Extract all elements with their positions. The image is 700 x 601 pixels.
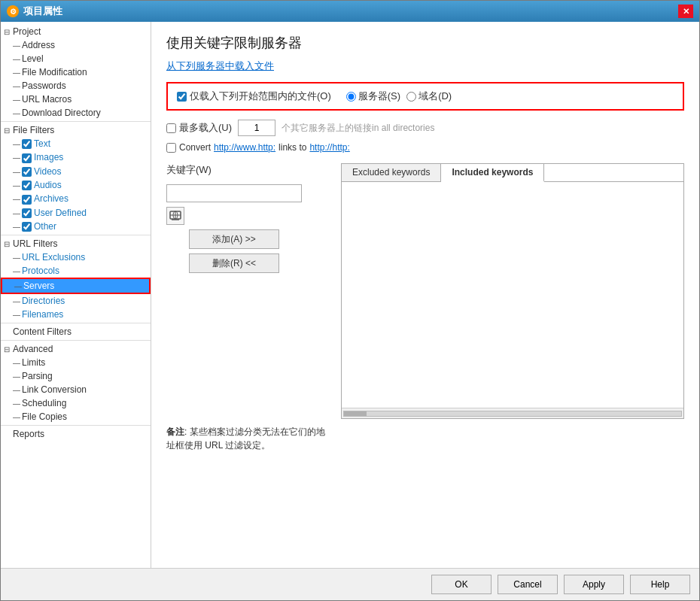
help-button[interactable]: Help [630, 575, 690, 594]
sidebar-item-project[interactable]: ⊟Project [1, 25, 151, 38]
dash-icon: — [13, 195, 22, 203]
tab-included[interactable]: Included keywords [441, 164, 544, 182]
globe-icon [169, 211, 181, 221]
radio-server[interactable] [346, 92, 356, 102]
apply-button[interactable]: Apply [564, 575, 624, 594]
title-bar-left: ⚙ 项目属性 [7, 5, 62, 18]
sidebar-item-servers[interactable]: —Servers [1, 278, 151, 294]
other-checkbox[interactable] [22, 222, 32, 232]
radio-domain-label[interactable]: 域名(D) [406, 90, 452, 103]
dash-icon: — [14, 282, 23, 290]
ok-button[interactable]: OK [431, 575, 492, 594]
sidebar-item-text[interactable]: —Text [1, 137, 151, 150]
sidebar-item-other[interactable]: —Other [1, 220, 151, 233]
dash-icon: — [13, 55, 22, 63]
main-panel: 使用关键字限制服务器 从下列服务器中载入文件 仅载入下列开始范围内的文件(O) … [151, 22, 699, 568]
horizontal-scrollbar[interactable] [342, 408, 683, 418]
convert-link1[interactable]: http://www.http: [214, 142, 275, 153]
max-load-suffix: 个其它服务器上的链接in all directories [282, 122, 434, 135]
note-area: 备注: 某些档案过滤分类无法在它们的地址框使用 URL 过滤设定。 [166, 425, 332, 452]
dash-icon: — [13, 96, 22, 104]
divider [1, 340, 151, 341]
kw-list-area[interactable] [342, 182, 683, 408]
sidebar-item-protocols[interactable]: —Protocols [1, 264, 151, 278]
sidebar-item-audios[interactable]: —Audios [1, 178, 151, 192]
sidebar-item-filenames[interactable]: —Filenames [1, 308, 151, 321]
keyword-icon-btn[interactable] [166, 207, 184, 225]
only-files-label[interactable]: 仅载入下列开始范围内的文件(O) [177, 90, 331, 103]
keyword-input[interactable] [166, 184, 302, 202]
archives-checkbox[interactable] [22, 195, 32, 205]
text-checkbox[interactable] [22, 139, 32, 149]
sidebar-item-content-filters[interactable]: Content Filters [1, 325, 151, 338]
sidebar-item-file-filters[interactable]: ⊟File Filters [1, 123, 151, 137]
dash-icon: — [13, 297, 22, 305]
close-button[interactable]: ✕ [678, 5, 693, 18]
dash-icon: — [13, 267, 22, 275]
dash-icon: — [13, 223, 22, 231]
keywords-right: Excluded keywords Included keywords [341, 163, 684, 419]
sidebar-item-videos[interactable]: —Videos [1, 165, 151, 178]
sidebar-item-scheduling[interactable]: —Scheduling [1, 396, 151, 410]
expand-icon: ⊟ [4, 126, 13, 135]
convert-checkbox[interactable] [166, 143, 176, 153]
main-window: ⚙ 项目属性 ✕ ⊟Project —Address —Level —File … [0, 0, 700, 601]
max-load-label[interactable]: 最多载入(U) [166, 121, 232, 135]
divider [1, 425, 151, 426]
scroll-track [343, 411, 682, 417]
note-text: : 某些档案过滤分类无法在它们的地址框使用 URL 过滤设定。 [166, 426, 325, 451]
sidebar-item-passwords[interactable]: —Passwords [1, 79, 151, 93]
dash-icon: — [13, 399, 22, 408]
sidebar-item-limits[interactable]: —Limits [1, 356, 151, 369]
dash-icon: — [13, 209, 22, 217]
sidebar-item-download-directory[interactable]: —Download Directory [1, 106, 151, 120]
divider [1, 323, 151, 323]
dash-icon: — [13, 109, 22, 117]
radio-server-label[interactable]: 服务器(S) [346, 90, 400, 103]
tab-excluded[interactable]: Excluded keywords [342, 164, 441, 181]
sidebar-item-address[interactable]: —Address [1, 38, 151, 52]
sidebar-item-advanced[interactable]: ⊟Advanced [1, 342, 151, 356]
panel-title: 使用关键字限制服务器 [166, 34, 684, 52]
dash-icon: — [13, 359, 22, 367]
images-checkbox[interactable] [22, 153, 32, 163]
note-bold: 备注 [166, 426, 184, 437]
subtitle-link[interactable]: 从下列服务器中载入文件 [166, 59, 684, 73]
scroll-thumb[interactable] [344, 411, 367, 416]
window-icon: ⚙ [7, 5, 19, 17]
sidebar-item-parsing[interactable]: —Parsing [1, 369, 151, 383]
sidebar-item-file-modification[interactable]: —File Modification [1, 65, 151, 79]
add-button[interactable]: 添加(A) >> [189, 229, 279, 249]
audios-checkbox[interactable] [22, 181, 32, 190]
sidebar-item-reports[interactable]: Reports [1, 427, 151, 441]
sidebar-item-url-macros[interactable]: —URL Macros [1, 93, 151, 106]
dash-icon: — [13, 68, 22, 77]
sidebar-item-link-conversion[interactable]: —Link Conversion [1, 383, 151, 396]
sidebar-item-user-defined[interactable]: —User Defined [1, 206, 151, 220]
sidebar-item-file-copies[interactable]: —File Copies [1, 410, 151, 423]
dash-icon: — [13, 168, 22, 176]
window-title: 项目属性 [23, 5, 62, 18]
only-files-checkbox[interactable] [177, 92, 187, 102]
sidebar-item-level[interactable]: —Level [1, 52, 151, 65]
sidebar-item-archives[interactable]: —Archives [1, 192, 151, 205]
user-defined-checkbox[interactable] [22, 208, 32, 218]
radio-domain[interactable] [406, 92, 416, 102]
max-load-checkbox[interactable] [166, 123, 176, 133]
max-load-input[interactable] [238, 120, 275, 136]
cancel-button[interactable]: Cancel [498, 575, 558, 594]
expand-icon: ⊟ [4, 345, 13, 354]
convert-link2[interactable]: http://http: [309, 142, 349, 153]
videos-checkbox[interactable] [22, 167, 32, 177]
dash-icon: — [13, 386, 22, 394]
dash-icon: — [13, 253, 22, 262]
sidebar-item-images[interactable]: —Images [1, 150, 151, 164]
del-button[interactable]: 删除(R) << [189, 253, 279, 273]
content-area: ⊟Project —Address —Level —File Modificat… [1, 22, 699, 568]
sidebar-item-directories[interactable]: —Directories [1, 294, 151, 308]
sidebar-item-url-exclusions[interactable]: —URL Exclusions [1, 250, 151, 264]
dash-icon: — [13, 181, 22, 190]
sidebar-item-url-filters[interactable]: ⊟URL Filters [1, 237, 151, 250]
keywords-label: 关键字(W) [166, 163, 332, 177]
bottom-section: 备注: 某些档案过滤分类无法在它们的地址框使用 URL 过滤设定。 [166, 425, 684, 452]
